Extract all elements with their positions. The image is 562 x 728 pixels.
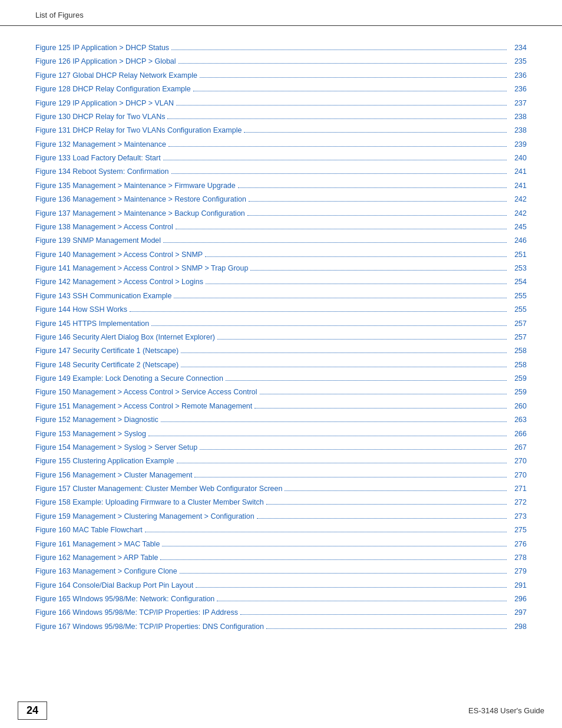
toc-entry[interactable]: Figure 138 Management > Access Control24…	[35, 222, 527, 233]
toc-entry-page: 278	[509, 552, 527, 564]
toc-entry-label: Figure 148 Security Certificate 2 (Netsc…	[35, 360, 178, 371]
toc-entry[interactable]: Figure 152 Management > Diagnostic263	[35, 414, 527, 426]
toc-entry[interactable]: Figure 142 Management > Access Control >…	[35, 276, 527, 288]
toc-entry[interactable]: Figure 127 Global DHCP Relay Network Exa…	[35, 70, 527, 81]
toc-entry-label: Figure 165 WIndows 95/98/Me: Network: Co…	[35, 594, 214, 605]
toc-entry-page: 238	[509, 111, 527, 123]
toc-entry[interactable]: Figure 166 Windows 95/98/Me: TCP/IP Prop…	[35, 607, 527, 618]
toc-entry-page: 235	[509, 56, 527, 67]
toc-entry-label: Figure 162 Management > ARP Table	[35, 552, 158, 564]
toc-entry[interactable]: Figure 155 Clustering Application Exampl…	[35, 456, 527, 467]
toc-entry[interactable]: Figure 145 HTTPS Implementation257	[35, 318, 527, 330]
toc-entry-label: Figure 163 Management > Configure Clone	[35, 566, 177, 577]
toc-entry-page: 242	[509, 194, 527, 205]
toc-dots	[249, 201, 507, 202]
toc-entry-label: Figure 133 Load Factory Default: Start	[35, 153, 161, 164]
toc-entry-page: 279	[509, 566, 527, 577]
toc-entry-page: 238	[509, 125, 527, 136]
toc-entry[interactable]: Figure 147 Security Certificate 1 (Netsc…	[35, 345, 527, 357]
toc-entry-label: Figure 129 IP Application > DHCP > VLAN	[35, 98, 174, 109]
toc-dots	[162, 546, 507, 546]
toc-entry-label: Figure 132 Management > Maintenance	[35, 139, 166, 150]
toc-entry-label: Figure 158 Example: Uploading Firmware t…	[35, 497, 264, 508]
toc-entry[interactable]: Figure 144 How SSH Works255	[35, 304, 527, 315]
toc-entry[interactable]: Figure 154 Management > Syslog > Server …	[35, 442, 527, 453]
toc-entry[interactable]: Figure 156 Management > Cluster Manageme…	[35, 470, 527, 481]
toc-dots	[176, 229, 507, 229]
footer-product: ES-3148 User's Guide	[468, 706, 544, 715]
toc-entry[interactable]: Figure 136 Management > Maintenance > Re…	[35, 194, 527, 205]
toc-entry[interactable]: Figure 162 Management > ARP Table278	[35, 552, 527, 564]
toc-entry-page: 240	[509, 153, 527, 164]
toc-entry[interactable]: Figure 135 Management > Maintenance > Fi…	[35, 180, 527, 192]
toc-dots	[266, 504, 507, 505]
toc-dots	[254, 408, 507, 409]
toc-dots	[174, 298, 507, 298]
toc-entry-page: 275	[509, 525, 527, 536]
toc-entry-label: Figure 146 Security Alert Dialog Box (In…	[35, 332, 215, 343]
toc-entry-label: Figure 152 Management > Diagnostic	[35, 414, 158, 426]
toc-entry-label: Figure 156 Management > Cluster Manageme…	[35, 470, 192, 481]
toc-entry[interactable]: Figure 153 Management > Syslog266	[35, 429, 527, 440]
toc-entry-page: 245	[509, 222, 527, 233]
toc-entry-label: Figure 153 Management > Syslog	[35, 429, 146, 440]
toc-entry-label: Figure 154 Management > Syslog > Server …	[35, 442, 197, 453]
toc-entry[interactable]: Figure 125 IP Application > DHCP Status2…	[35, 42, 527, 54]
toc-entry[interactable]: Figure 140 Management > Access Control >…	[35, 249, 527, 261]
toc-entry[interactable]: Figure 139 SNMP Management Model246	[35, 235, 527, 246]
toc-entry[interactable]: Figure 150 Management > Access Control >…	[35, 387, 527, 398]
toc-entry[interactable]: Figure 143 SSH Communication Example255	[35, 291, 527, 302]
toc-entry[interactable]: Figure 128 DHCP Relay Configuration Exam…	[35, 84, 527, 95]
toc-entry[interactable]: Figure 131 DHCP Relay for Two VLANs Conf…	[35, 125, 527, 136]
toc-entry[interactable]: Figure 134 Reboot System: Confirmation24…	[35, 166, 527, 177]
toc-entry[interactable]: Figure 141 Management > Access Control >…	[35, 263, 527, 274]
header-title: List of Figures	[35, 11, 84, 19]
toc-entry[interactable]: Figure 160 MAC Table Flowchart275	[35, 525, 527, 536]
page-header: List of Figures	[0, 0, 562, 26]
toc-entry[interactable]: Figure 129 IP Application > DHCP > VLAN2…	[35, 98, 527, 109]
toc-dots	[240, 614, 507, 615]
toc-entry[interactable]: Figure 161 Management > MAC Table276	[35, 539, 527, 550]
toc-entry[interactable]: Figure 146 Security Alert Dialog Box (In…	[35, 332, 527, 343]
toc-dots	[238, 187, 507, 188]
toc-entry-page: 242	[509, 208, 527, 219]
toc-entry[interactable]: Figure 157 Cluster Management: Cluster M…	[35, 483, 527, 495]
toc-entry[interactable]: Figure 137 Management > Maintenance > Ba…	[35, 208, 527, 219]
toc-entry-page: 259	[509, 387, 527, 398]
toc-dots	[151, 325, 507, 326]
toc-dots	[181, 367, 507, 367]
toc-entry-label: Figure 145 HTTPS Implementation	[35, 318, 149, 330]
toc-dots	[200, 77, 507, 78]
toc-entry-label: Figure 130 DHCP Relay for Two VLANs	[35, 111, 165, 123]
toc-entry-page: 298	[509, 621, 527, 633]
toc-entry[interactable]: Figure 165 WIndows 95/98/Me: Network: Co…	[35, 594, 527, 605]
toc-entry-label: Figure 157 Cluster Management: Cluster M…	[35, 483, 282, 495]
toc-entry-page: 255	[509, 304, 527, 315]
toc-entry-page: 267	[509, 442, 527, 453]
toc-entry[interactable]: Figure 158 Example: Uploading Firmware t…	[35, 497, 527, 508]
toc-entry-label: Figure 136 Management > Maintenance > Re…	[35, 194, 246, 205]
toc-entry[interactable]: Figure 126 IP Application > DHCP > Globa…	[35, 56, 527, 67]
toc-entry[interactable]: Figure 167 Windows 95/98/Me: TCP/IP Prop…	[35, 621, 527, 633]
page-footer: 24 ES-3148 User's Guide	[0, 696, 562, 728]
toc-entry-label: Figure 128 DHCP Relay Configuration Exam…	[35, 84, 191, 95]
toc-entry[interactable]: Figure 159 Management > Clustering Manag…	[35, 511, 527, 522]
toc-entry[interactable]: Figure 132 Management > Maintenance239	[35, 139, 527, 150]
toc-entry[interactable]: Figure 151 Management > Access Control >…	[35, 401, 527, 412]
toc-dots	[180, 573, 507, 574]
toc-dots	[130, 311, 507, 312]
toc-entry[interactable]: Figure 148 Security Certificate 2 (Netsc…	[35, 360, 527, 371]
toc-entry-label: Figure 134 Reboot System: Confirmation	[35, 166, 169, 177]
toc-entry[interactable]: Figure 149 Example: Lock Denoting a Secu…	[35, 373, 527, 384]
toc-entry[interactable]: Figure 163 Management > Configure Clone2…	[35, 566, 527, 577]
toc-entry[interactable]: Figure 164 Console/Dial Backup Port Pin …	[35, 580, 527, 591]
toc-entry-page: 246	[509, 235, 527, 246]
toc-entry-page: 258	[509, 360, 527, 371]
toc-entry[interactable]: Figure 130 DHCP Relay for Two VLANs238	[35, 111, 527, 123]
toc-entry-label: Figure 160 MAC Table Flowchart	[35, 525, 143, 536]
page-wrapper: List of Figures Figure 125 IP Applicatio…	[0, 0, 562, 728]
toc-dots	[176, 105, 507, 106]
toc-entry[interactable]: Figure 133 Load Factory Default: Start24…	[35, 153, 527, 164]
toc-entry-page: 241	[509, 180, 527, 192]
toc-entry-page: 257	[509, 318, 527, 330]
